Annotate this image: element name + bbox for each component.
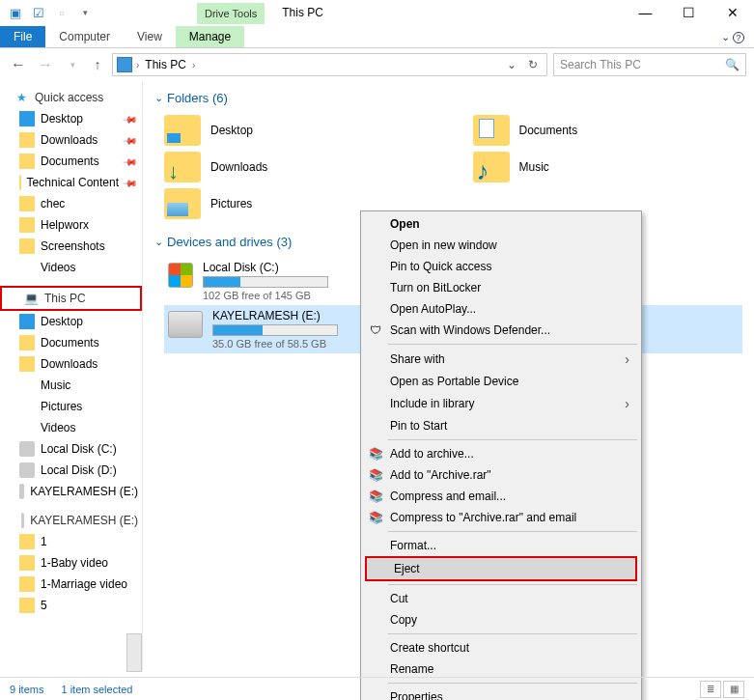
menu-item[interactable]: Open bbox=[363, 213, 639, 235]
sidebar-item[interactable]: 1-Baby video bbox=[0, 552, 142, 574]
status-item-count: 9 items bbox=[10, 684, 43, 695]
minimize-button[interactable]: — bbox=[624, 0, 667, 25]
menu-item[interactable]: Share with› bbox=[363, 348, 639, 371]
sidebar-item-label: 1-Baby video bbox=[41, 556, 108, 570]
folder-icon bbox=[19, 260, 35, 275]
quick-access-toolbar: ▣ ☑ ▫ ▾ bbox=[0, 3, 100, 22]
sidebar-item[interactable]: Local Disk (C:) bbox=[0, 438, 142, 460]
view-details-icon[interactable]: ≣ bbox=[700, 681, 721, 698]
menu-item[interactable]: 📚Compress to "Archive.rar" and email bbox=[363, 507, 639, 528]
sidebar-item-label: Documents bbox=[41, 336, 99, 350]
menu-item[interactable]: 📚Add to archive... bbox=[363, 443, 639, 464]
sidebar-item[interactable]: Desktop📌 bbox=[0, 108, 142, 129]
menu-item[interactable]: Open as Portable Device bbox=[363, 371, 639, 392]
menu-item[interactable]: 📚Add to "Archive.rar" bbox=[363, 464, 639, 486]
menu-item[interactable]: Open in new window bbox=[363, 235, 639, 256]
tab-file[interactable]: File bbox=[0, 26, 45, 47]
menu-item[interactable]: 📚Compress and email... bbox=[363, 486, 639, 507]
archive-icon: 📚 bbox=[367, 446, 384, 462]
scrollbar[interactable] bbox=[126, 633, 142, 672]
menu-item-label: Scan with Windows Defender... bbox=[390, 323, 550, 337]
search-input[interactable]: Search This PC 🔍 bbox=[553, 53, 746, 76]
forward-button[interactable]: → bbox=[35, 54, 56, 75]
recent-dropdown-icon[interactable]: ▾ bbox=[62, 54, 83, 75]
menu-item[interactable]: Include in library› bbox=[363, 392, 639, 415]
menu-item[interactable]: Turn on BitLocker bbox=[363, 277, 639, 298]
sidebar-quick-access[interactable]: ★ Quick access bbox=[0, 87, 142, 108]
submenu-arrow-icon: › bbox=[625, 396, 629, 411]
refresh-icon[interactable]: ↻ bbox=[523, 58, 543, 71]
qat-properties-icon[interactable]: ☑ bbox=[29, 3, 48, 22]
sidebar-item-label: 1 bbox=[41, 535, 47, 548]
folder-item[interactable]: Music bbox=[473, 152, 743, 182]
sidebar-item[interactable]: Helpworx bbox=[0, 214, 142, 236]
sidebar-item[interactable]: 1 bbox=[0, 531, 142, 552]
close-button[interactable]: ✕ bbox=[711, 0, 754, 25]
menu-item-label: Include in library bbox=[390, 397, 474, 410]
status-selected-count: 1 item selected bbox=[61, 684, 132, 695]
menu-item[interactable]: Eject bbox=[367, 558, 635, 579]
ribbon-expand-icon[interactable]: ⌄ ? bbox=[712, 27, 754, 47]
folder-item[interactable]: Documents bbox=[473, 115, 743, 146]
archive-icon: 📚 bbox=[367, 510, 384, 525]
menu-item-label: Compress to "Archive.rar" and email bbox=[390, 511, 576, 524]
address-bar[interactable]: › This PC › ⌄ ↻ bbox=[112, 53, 547, 76]
view-large-icon[interactable]: ▦ bbox=[723, 681, 744, 698]
sidebar-item-label: Videos bbox=[41, 261, 75, 274]
menu-item-label: Open AutoPlay... bbox=[390, 302, 476, 316]
sidebar-item[interactable]: 1-Marriage video bbox=[0, 574, 142, 595]
folder-item[interactable]: Desktop bbox=[164, 115, 434, 146]
sidebar-item[interactable]: Technical Content📌 bbox=[0, 172, 142, 193]
qat-dropdown-icon[interactable]: ▾ bbox=[75, 3, 95, 22]
menu-item[interactable]: Copy bbox=[363, 609, 639, 630]
sidebar-item[interactable]: KAYELRAMESH (E:) bbox=[0, 481, 142, 502]
drive-free-text: 35.0 GB free of 58.5 GB bbox=[212, 338, 338, 350]
sidebar-item[interactable]: chec bbox=[0, 193, 142, 214]
sidebar-item[interactable]: Documents📌 bbox=[0, 151, 142, 172]
group-header-folders[interactable]: ⌄ Folders (6) bbox=[154, 89, 742, 107]
folder-item[interactable]: Downloads bbox=[164, 152, 434, 182]
menu-item[interactable]: Create shortcut bbox=[363, 637, 639, 658]
sidebar-item[interactable]: Local Disk (D:) bbox=[0, 460, 142, 481]
breadcrumb-segment[interactable]: This PC bbox=[143, 58, 188, 71]
menu-item[interactable]: Cut bbox=[363, 588, 639, 609]
submenu-arrow-icon: › bbox=[625, 351, 629, 367]
search-icon[interactable]: 🔍 bbox=[725, 58, 740, 71]
drive-icon bbox=[168, 311, 203, 338]
tab-computer[interactable]: Computer bbox=[45, 26, 124, 47]
drive-label: KAYELRAMESH (E:) bbox=[212, 309, 338, 322]
menu-item[interactable]: Pin to Start bbox=[363, 415, 639, 436]
back-button[interactable]: ← bbox=[8, 54, 29, 75]
tab-manage[interactable]: Manage bbox=[176, 26, 244, 47]
sidebar-item[interactable]: 5 bbox=[0, 595, 142, 616]
sidebar-item[interactable]: Screenshots bbox=[0, 236, 142, 257]
window-title: This PC bbox=[282, 6, 323, 19]
qat-new-icon[interactable]: ▫ bbox=[52, 3, 71, 22]
folder-label: Documents bbox=[519, 124, 578, 137]
sidebar-item[interactable]: Desktop bbox=[0, 311, 142, 332]
sidebar-item[interactable]: Pictures bbox=[0, 396, 142, 417]
sidebar-ext-drive[interactable]: KAYELRAMESH (E:) bbox=[0, 510, 142, 531]
maximize-button[interactable]: ☐ bbox=[667, 0, 711, 25]
folder-icon bbox=[19, 314, 35, 329]
chevron-right-icon[interactable]: › bbox=[136, 60, 139, 70]
menu-item[interactable]: 🛡Scan with Windows Defender... bbox=[363, 320, 639, 341]
sidebar-item[interactable]: Music bbox=[0, 375, 142, 396]
sidebar-item[interactable]: Downloads bbox=[0, 353, 142, 375]
folder-label: Music bbox=[519, 160, 549, 174]
menu-item[interactable]: Pin to Quick access bbox=[363, 256, 639, 277]
sidebar-item[interactable]: Videos bbox=[0, 417, 142, 438]
address-dropdown-icon[interactable]: ⌄ bbox=[502, 58, 521, 71]
menu-item-label: Open bbox=[390, 217, 420, 231]
drive-free-text: 102 GB free of 145 GB bbox=[203, 290, 328, 301]
tab-view[interactable]: View bbox=[124, 26, 176, 47]
up-button[interactable]: ↑ bbox=[89, 54, 106, 75]
sidebar-this-pc[interactable]: 💻 This PC bbox=[0, 286, 142, 311]
sidebar-item[interactable]: Downloads📌 bbox=[0, 129, 142, 151]
sidebar-item[interactable]: Videos bbox=[0, 257, 142, 278]
chevron-right-icon[interactable]: › bbox=[192, 60, 195, 70]
menu-item[interactable]: Open AutoPlay... bbox=[363, 298, 639, 320]
ribbon: File Computer View Manage ⌄ ? bbox=[0, 25, 754, 48]
sidebar-item[interactable]: Documents bbox=[0, 332, 142, 353]
menu-item[interactable]: Format... bbox=[363, 535, 639, 556]
